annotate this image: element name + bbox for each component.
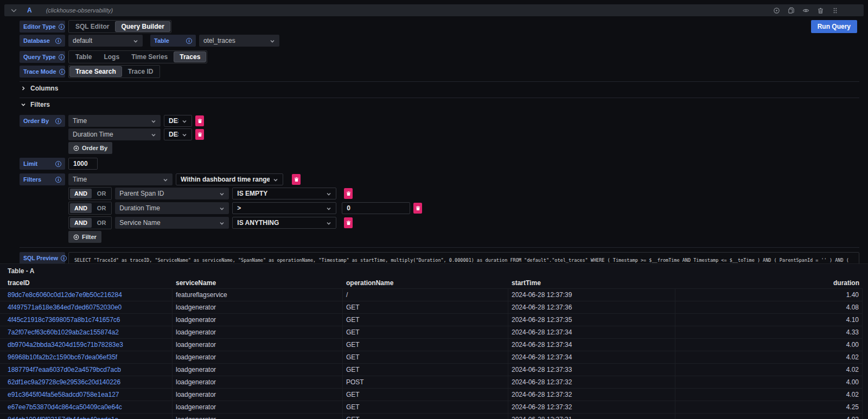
table-row: 4f45c21918c73698057a8b1c741657c6 loadgen… — [0, 314, 863, 326]
table-select[interactable]: otel_traces — [199, 35, 279, 47]
editor-type-sql-editor[interactable]: SQL Editor — [70, 22, 114, 31]
or-option[interactable]: OR — [93, 203, 111, 213]
filter-operator-select[interactable]: > — [232, 202, 336, 214]
order-by-direction-select[interactable]: DESC — [164, 115, 192, 127]
trash-icon — [197, 118, 202, 124]
and-option[interactable]: AND — [70, 203, 92, 213]
query-type-table[interactable]: Table — [70, 52, 97, 62]
info-icon[interactable]: i — [55, 38, 61, 44]
collapse-chevron-icon[interactable] — [10, 7, 17, 14]
trace-id-link[interactable]: e67ee7b53870d4c864ca50409ca0e64c — [8, 403, 122, 411]
info-icon[interactable]: i — [55, 118, 61, 124]
order-by-field-select[interactable]: Time — [68, 115, 161, 127]
filter-operator-select[interactable]: IS ANYTHING — [232, 217, 336, 229]
trace-id-link[interactable]: 4f45c21918c73698057a8b1c741657c6 — [8, 316, 120, 324]
filter-operator-select[interactable]: Within dashboard time range — [176, 173, 283, 185]
remove-filter-button[interactable] — [344, 188, 353, 199]
info-icon[interactable]: i — [59, 24, 65, 30]
query-type-traces[interactable]: Traces — [174, 52, 206, 62]
info-icon[interactable]: i — [55, 161, 61, 167]
column-header-duration[interactable]: duration — [675, 279, 863, 287]
trace-id-link[interactable]: 62df1ec9a29728c9e29536c20d140226 — [8, 378, 120, 386]
chevron-down-icon — [326, 191, 331, 196]
columns-section-header[interactable]: Columns — [20, 81, 859, 94]
add-filter-button[interactable]: Filter — [68, 231, 101, 243]
filters-section-header[interactable]: Filters — [20, 98, 859, 111]
database-select[interactable]: default — [68, 35, 143, 47]
service-name-cell: loadgenerator — [173, 351, 343, 363]
query-type-logs[interactable]: Logs — [98, 52, 125, 62]
column-header-servicename[interactable]: serviceName — [173, 279, 343, 287]
or-option[interactable]: OR — [93, 218, 111, 228]
filter-operator-select[interactable]: IS EMPTY — [232, 188, 336, 199]
table-row: 1887794f7eaa6037d0e2a4579bcd7acb loadgen… — [0, 364, 863, 376]
info-icon[interactable]: i — [59, 54, 65, 60]
order-by-label: Order By i — [20, 115, 65, 127]
remove-filter-button[interactable] — [292, 174, 301, 185]
filters-label: Filters i — [20, 173, 65, 185]
remove-filter-button[interactable] — [344, 217, 353, 228]
info-icon[interactable]: i — [55, 177, 61, 183]
query-type-time-series[interactable]: Time Series — [126, 52, 173, 62]
trace-id-link[interactable]: 7a2f07ecf63c60b1029ab2ac155874a2 — [8, 328, 119, 336]
trace-id-link[interactable]: 89dc7e8c6060c0d12de7e9b50c216284 — [8, 291, 122, 299]
chevron-down-icon — [182, 132, 187, 137]
remove-order-by-button[interactable] — [195, 115, 204, 126]
order-by-direction-select[interactable]: DESC — [164, 128, 192, 140]
editor-type-label: Editor Type i — [20, 21, 65, 33]
add-order-by-button[interactable]: Order By — [68, 142, 112, 154]
remove-filter-button[interactable] — [413, 203, 422, 214]
trace-mode-label: Trace Mode i — [20, 66, 65, 78]
eye-icon[interactable] — [802, 7, 809, 14]
remove-order-by-button[interactable] — [195, 129, 204, 140]
chevron-down-icon — [270, 38, 275, 43]
trash-icon[interactable] — [816, 7, 824, 14]
trace-id-link[interactable]: 96968b10fa2b2c1590bc67dea06ef35f — [8, 353, 117, 361]
column-header-operationname[interactable]: operationName — [343, 279, 508, 287]
info-icon[interactable]: i — [61, 255, 67, 261]
limit-input[interactable] — [68, 158, 98, 170]
trace-id-link[interactable]: 4f497571a618e364ed7ded60752030e0 — [8, 304, 122, 311]
trace-id-link[interactable]: db9704a2bbda34204d159c71b78283e3 — [8, 341, 123, 349]
and-option[interactable]: AND — [70, 189, 92, 198]
query-ref-id: A — [27, 7, 32, 14]
chevron-down-icon — [182, 118, 187, 124]
info-icon[interactable]: i — [186, 38, 192, 44]
filter-field-select[interactable]: Parent Span ID — [115, 188, 229, 199]
trash-icon — [346, 191, 351, 196]
trash-icon — [416, 205, 420, 211]
record-icon[interactable] — [773, 7, 780, 14]
trace-mode-trace-search[interactable]: Trace Search — [70, 67, 122, 76]
trace-mode-trace-id[interactable]: Trace ID — [123, 67, 159, 76]
duration-cell: 4.25 — [675, 401, 863, 413]
column-header-starttime[interactable]: startTime — [508, 279, 675, 287]
query-row-header[interactable]: A (clickhouse-observability) — [4, 4, 864, 16]
service-name-cell: loadgenerator — [173, 389, 343, 401]
trace-id-link[interactable]: 1887794f7eaa6037d0e2a4579bcd7acb — [8, 366, 121, 373]
run-query-button[interactable]: Run Query — [811, 20, 857, 33]
duplicate-icon[interactable] — [787, 7, 795, 14]
column-header-traceid[interactable]: traceID — [0, 279, 173, 287]
operation-name-cell: POST — [343, 376, 508, 388]
duration-cell: 4.02 — [675, 414, 863, 419]
trace-id-link[interactable]: e91c3645f04fa5e58adcd0758e1ea127 — [8, 391, 119, 398]
editor-type-query-builder[interactable]: Query Builder — [116, 22, 169, 31]
start-time-cell: 2024-06-28 12:37:39 — [508, 289, 675, 301]
drag-handle-icon[interactable] — [831, 7, 839, 14]
or-option[interactable]: OR — [93, 189, 111, 198]
duration-cell: 4.02 — [675, 389, 863, 401]
filter-field-select[interactable]: Time — [68, 173, 173, 185]
order-by-field-select[interactable]: Duration Time — [68, 128, 161, 140]
start-time-cell: 2024-06-28 12:37:31 — [508, 414, 675, 419]
filter-value-input[interactable] — [342, 202, 410, 214]
trace-id-link[interactable]: 8d4cb1094f0f03157db44cbc40ecde1e — [8, 416, 118, 419]
circle-plus-icon — [73, 234, 79, 240]
filter-field-select[interactable]: Duration Time — [115, 202, 229, 214]
chevron-down-icon — [326, 220, 331, 225]
query-type-toggle: Table Logs Time Series Traces — [68, 50, 207, 63]
and-option[interactable]: AND — [70, 218, 92, 228]
table-row: db9704a2bbda34204d159c71b78283e3 loadgen… — [0, 339, 863, 351]
service-name-cell: featureflagservice — [173, 289, 343, 301]
info-icon[interactable]: i — [59, 69, 65, 75]
filter-field-select[interactable]: Service Name — [115, 217, 229, 229]
